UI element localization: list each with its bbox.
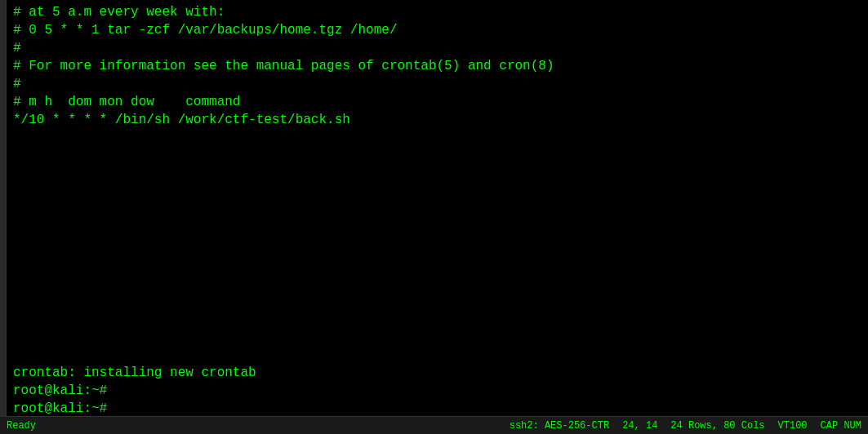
status-rows-cols: 24 Rows, 80 Cols xyxy=(670,420,764,432)
terminal-window: # at 5 a.m every week with: # 0 5 * * 1 … xyxy=(0,0,868,434)
terminal-body[interactable]: # at 5 a.m every week with: # 0 5 * * 1 … xyxy=(7,0,868,416)
status-caps: CAP NUM xyxy=(821,420,861,432)
status-ready: Ready xyxy=(7,420,36,432)
terminal-content: # at 5 a.m every week with: # 0 5 * * 1 … xyxy=(13,3,861,416)
status-position: 24, 14 xyxy=(622,420,657,432)
status-terminal-type: VT100 xyxy=(778,420,808,432)
status-session: ssh2: AES-256-CTR xyxy=(510,420,609,432)
left-border xyxy=(0,0,7,416)
terminal-statusbar: Ready ssh2: AES-256-CTR 24, 14 24 Rows, … xyxy=(0,416,868,434)
